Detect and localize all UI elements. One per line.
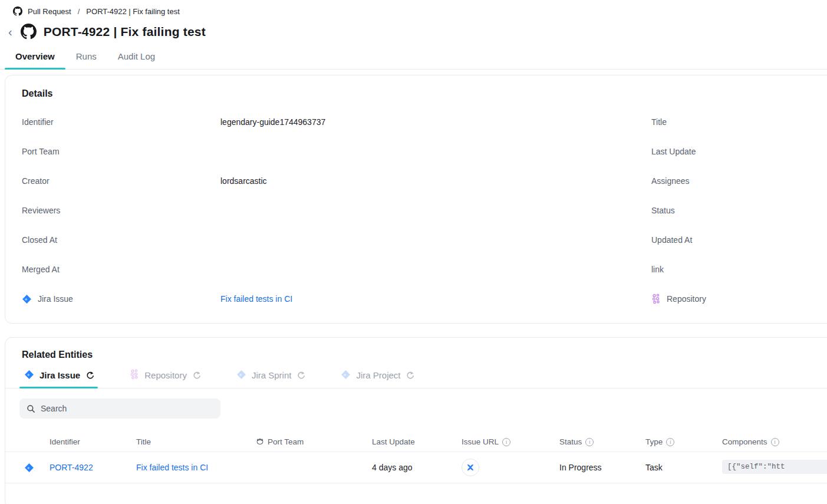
- related-search: [19, 398, 220, 419]
- field-label: Assignees: [651, 176, 793, 186]
- details-column-right: Title Last Update Assignees Status Updat…: [651, 107, 825, 314]
- table-header: Identifier Title Port Team Last Update I…: [5, 432, 827, 452]
- jira-icon-light: [341, 370, 351, 381]
- cell-status: In Progress: [559, 463, 645, 472]
- info-icon[interactable]: i: [502, 438, 510, 446]
- jira-icon-light: [236, 370, 246, 381]
- field-last-update: Last Update: [651, 137, 825, 166]
- related-tab-jira-sprint[interactable]: Jira Sprint: [232, 369, 321, 388]
- related-tab-label: Jira Sprint: [252, 370, 292, 380]
- field-merged-at: Merged At: [22, 255, 651, 284]
- page-title: PORT-4922 | Fix failing test: [44, 25, 206, 39]
- cell-components: [{"self":"htt: [722, 460, 827, 476]
- related-entity-tabs: Jira Issue Repository Jira Sprint Jira P…: [5, 369, 827, 388]
- field-label: Repository: [667, 294, 706, 304]
- field-label: Creator: [22, 176, 220, 186]
- related-tab-label: Jira Issue: [39, 370, 80, 380]
- field-label: Port Team: [22, 147, 220, 156]
- related-tab-jira-project[interactable]: Jira Project: [336, 369, 430, 388]
- explore-relation-icon: [85, 371, 94, 380]
- team-icon: [256, 438, 264, 446]
- field-title: Title: [651, 107, 825, 137]
- col-title[interactable]: Title: [136, 437, 256, 446]
- related-tab-label: Jira Project: [356, 370, 400, 380]
- page-header: ‹ PORT-4922 | Fix failing test: [7, 24, 827, 39]
- info-icon[interactable]: i: [585, 438, 594, 446]
- tab-audit-log[interactable]: Audit Log: [107, 51, 166, 69]
- explore-relation-icon: [192, 371, 201, 380]
- field-label: Last Update: [651, 147, 793, 156]
- col-components[interactable]: Componentsi: [722, 437, 827, 446]
- cell-identifier-link[interactable]: PORT-4922: [50, 463, 136, 472]
- field-label: Reviewers: [22, 206, 220, 215]
- back-button[interactable]: ‹: [7, 25, 14, 39]
- explore-relation-icon: [296, 371, 305, 380]
- jira-issue-link[interactable]: Fix failed tests in CI: [220, 294, 292, 304]
- field-label: Jira Issue: [38, 294, 73, 304]
- search-icon: [27, 404, 35, 413]
- field-repository: Repository: [651, 284, 825, 314]
- cell-issue-url: [462, 459, 559, 476]
- jira-icon: [22, 294, 32, 304]
- table-row[interactable]: PORT-4922 Fix failed tests in CI 4 days …: [5, 452, 827, 483]
- field-label: Status: [651, 206, 793, 215]
- field-creator: Creator lordsarcastic: [22, 166, 651, 196]
- search-input[interactable]: [41, 404, 213, 413]
- jira-icon: [24, 370, 34, 381]
- field-updated-at: Updated At: [651, 225, 825, 255]
- col-last-update[interactable]: Last Update: [372, 437, 462, 446]
- cell-type: Task: [645, 463, 722, 472]
- field-port-team: Port Team: [22, 137, 651, 166]
- field-status: Status: [651, 196, 825, 225]
- col-type[interactable]: Typei: [645, 437, 722, 446]
- details-card: Details Identifier legendary-guide174496…: [5, 75, 827, 324]
- repository-icon: [130, 369, 139, 381]
- tab-overview[interactable]: Overview: [5, 51, 65, 69]
- cell-title-link[interactable]: Fix failed tests in CI: [136, 463, 256, 472]
- tab-runs[interactable]: Runs: [65, 51, 107, 69]
- issue-url-favicon-badge[interactable]: [462, 459, 479, 476]
- related-tab-repository[interactable]: Repository: [125, 369, 216, 388]
- field-reviewers: Reviewers: [22, 196, 651, 225]
- details-grid: Identifier legendary-guide1744963737 Por…: [22, 107, 825, 314]
- field-identifier: Identifier legendary-guide1744963737: [22, 107, 651, 137]
- field-label: Title: [651, 117, 793, 127]
- components-json-chip[interactable]: [{"self":"htt: [722, 460, 827, 474]
- field-value: legendary-guide1744963737: [220, 117, 325, 127]
- field-jira-issue: Jira Issue Fix failed tests in CI: [22, 284, 651, 314]
- jira-icon: [24, 463, 50, 473]
- details-column-left: Identifier legendary-guide1744963737 Por…: [22, 107, 651, 314]
- field-label: Updated At: [651, 235, 793, 245]
- breadcrumb-item-blueprint[interactable]: Pull Request: [28, 7, 71, 16]
- jira-link-icon: [466, 463, 475, 472]
- breadcrumb: Pull Request / PORT-4922 | Fix failing t…: [0, 0, 827, 16]
- col-port-team[interactable]: Port Team: [256, 437, 372, 446]
- info-icon[interactable]: i: [666, 438, 674, 446]
- col-identifier[interactable]: Identifier: [50, 437, 136, 446]
- field-assignees: Assignees: [651, 166, 825, 196]
- field-link: link: [651, 255, 825, 284]
- explore-relation-icon: [406, 371, 414, 380]
- related-tab-label: Repository: [144, 370, 187, 380]
- related-entities-card: Related Entities Jira Issue Repository J…: [5, 337, 827, 504]
- field-closed-at: Closed At: [22, 225, 651, 255]
- breadcrumb-item-entity: PORT-4922 | Fix failing test: [86, 7, 179, 16]
- github-icon: [13, 6, 22, 16]
- info-icon[interactable]: i: [771, 438, 779, 446]
- github-icon: [21, 24, 37, 39]
- related-entities-heading: Related Entities: [5, 350, 827, 360]
- cell-last-update: 4 days ago: [372, 463, 462, 472]
- related-tab-jira-issue[interactable]: Jira Issue: [19, 369, 110, 388]
- col-status[interactable]: Statusi: [559, 437, 645, 446]
- repository-icon: [651, 294, 661, 304]
- field-label: link: [651, 265, 793, 274]
- field-label: Merged At: [22, 265, 220, 274]
- field-label: Closed At: [22, 235, 220, 245]
- details-heading: Details: [22, 88, 825, 99]
- field-value: lordsarcastic: [220, 176, 267, 186]
- field-label: Identifier: [22, 117, 220, 127]
- main-tabs: Overview Runs Audit Log: [0, 51, 827, 70]
- breadcrumb-separator: /: [77, 7, 81, 16]
- col-issue-url[interactable]: Issue URLi: [462, 437, 559, 446]
